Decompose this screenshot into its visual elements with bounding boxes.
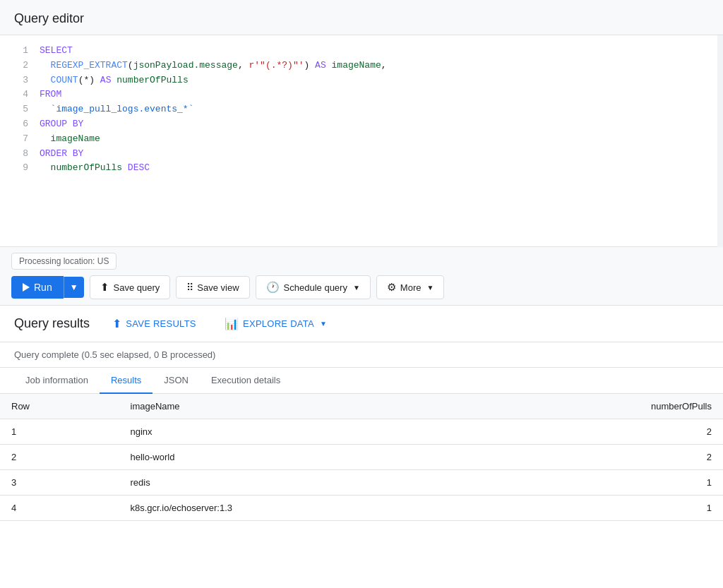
cell-imagename-3: redis [119, 470, 482, 496]
col-header-numberofpulls: numberOfPulls [481, 394, 723, 419]
table-row: 4 k8s.gcr.io/echoserver:1.3 1 [0, 496, 723, 521]
save-view-icon: ⠿ [186, 282, 193, 293]
code-line-1: 1 SELECT [0, 44, 723, 59]
line-num-8: 8 [11, 147, 28, 162]
tab-job-information[interactable]: Job information [14, 368, 100, 394]
play-icon [23, 283, 30, 292]
results-title: Query results [14, 316, 90, 331]
save-query-button[interactable]: ⬆ Save query [90, 275, 171, 299]
clock-icon: 🕐 [266, 281, 280, 294]
results-table: Row imageName numberOfPulls 1 nginx 2 2 … [0, 394, 723, 521]
schedule-query-label: Schedule query [284, 282, 347, 293]
editor-scrollbar[interactable] [717, 35, 723, 247]
processing-location-text: Processing location: US [11, 253, 116, 270]
tab-json[interactable]: JSON [153, 368, 200, 394]
run-button-group: Run ▼ [11, 276, 84, 299]
cell-imagename-2: hello-world [119, 445, 482, 470]
line-num-5: 5 [11, 102, 28, 117]
schedule-chevron-icon: ▼ [353, 284, 360, 292]
code-line-6: 6 GROUP BY [0, 117, 723, 132]
explore-data-button[interactable]: 📊 EXPLORE DATA ▼ [219, 314, 333, 333]
processing-location-badge: Processing location: US [11, 253, 712, 275]
toolbar: Processing location: US Run ▼ ⬆ Save que… [0, 247, 723, 306]
result-tabs: Job information Results JSON Execution d… [0, 368, 723, 394]
code-line-2: 2 REGEXP_EXTRACT(jsonPayload.message, r'… [0, 59, 723, 73]
chart-icon: 📊 [225, 317, 239, 330]
results-table-wrapper: Row imageName numberOfPulls 1 nginx 2 2 … [0, 394, 723, 521]
save-query-label: Save query [114, 282, 160, 293]
cell-row-1: 1 [0, 419, 119, 445]
line-num-6: 6 [11, 117, 28, 132]
results-header: Query results ⬆ SAVE RESULTS 📊 EXPLORE D… [0, 306, 723, 342]
tab-execution-details[interactable]: Execution details [200, 368, 292, 394]
table-row: 2 hello-world 2 [0, 445, 723, 470]
code-line-3: 3 COUNT(*) AS numberOfPulls [0, 73, 723, 88]
code-line-9: 9 numberOfPulls DESC [0, 161, 723, 176]
explore-data-label: EXPLORE DATA [243, 318, 314, 329]
save-results-button[interactable]: ⬆ SAVE RESULTS [107, 314, 202, 333]
cell-row-2: 2 [0, 445, 119, 470]
cell-pulls-2: 2 [481, 445, 723, 470]
cell-row-3: 3 [0, 470, 119, 496]
table-header-row: Row imageName numberOfPulls [0, 394, 723, 419]
col-header-row: Row [0, 394, 119, 419]
code-line-5: 5 `image_pull_logs.events_*` [0, 102, 723, 117]
cell-pulls-1: 2 [481, 419, 723, 445]
cell-pulls-3: 1 [481, 470, 723, 496]
cell-row-4: 4 [0, 496, 119, 521]
line-num-3: 3 [11, 73, 28, 88]
line-num-4: 4 [11, 88, 28, 102]
tab-results[interactable]: Results [100, 368, 153, 394]
schedule-query-button[interactable]: 🕐 Schedule query ▼ [256, 275, 371, 299]
cell-imagename-1: nginx [119, 419, 482, 445]
gear-icon: ⚙ [387, 281, 396, 294]
more-button-label: More [400, 282, 422, 293]
code-line-4: 4 FROM [0, 88, 723, 102]
code-editor[interactable]: 1 SELECT 2 REGEXP_EXTRACT(jsonPayload.me… [0, 35, 723, 247]
toolbar-buttons: Run ▼ ⬆ Save query ⠿ Save view 🕐 Schedul… [11, 275, 712, 299]
run-dropdown-button[interactable]: ▼ [64, 277, 84, 298]
query-status: Query complete (0.5 sec elapsed, 0 B pro… [0, 342, 723, 368]
save-query-icon: ⬆ [100, 281, 109, 294]
table-row: 3 redis 1 [0, 470, 723, 496]
cell-pulls-4: 1 [481, 496, 723, 521]
run-button-label: Run [34, 282, 52, 293]
more-button[interactable]: ⚙ More ▼ [376, 275, 445, 299]
line-num-2: 2 [11, 59, 28, 73]
sql-editor[interactable]: 1 SELECT 2 REGEXP_EXTRACT(jsonPayload.me… [0, 35, 723, 247]
explore-chevron-icon: ▼ [320, 320, 327, 328]
download-icon: ⬆ [112, 317, 121, 330]
save-view-label: Save view [197, 282, 239, 293]
run-chevron-icon: ▼ [70, 282, 78, 292]
save-view-button[interactable]: ⠿ Save view [176, 276, 249, 299]
code-line-7: 7 imageName [0, 132, 723, 147]
line-num-1: 1 [11, 44, 28, 59]
table-row: 1 nginx 2 [0, 419, 723, 445]
col-header-imagename: imageName [119, 394, 482, 419]
run-button[interactable]: Run [11, 276, 64, 299]
save-results-label: SAVE RESULTS [126, 318, 196, 329]
more-chevron-icon: ▼ [426, 284, 434, 292]
line-num-9: 9 [11, 161, 28, 176]
line-num-7: 7 [11, 132, 28, 147]
page-title: Query editor [0, 0, 723, 35]
cell-imagename-4: k8s.gcr.io/echoserver:1.3 [119, 496, 482, 521]
code-line-8: 8 ORDER BY [0, 147, 723, 162]
